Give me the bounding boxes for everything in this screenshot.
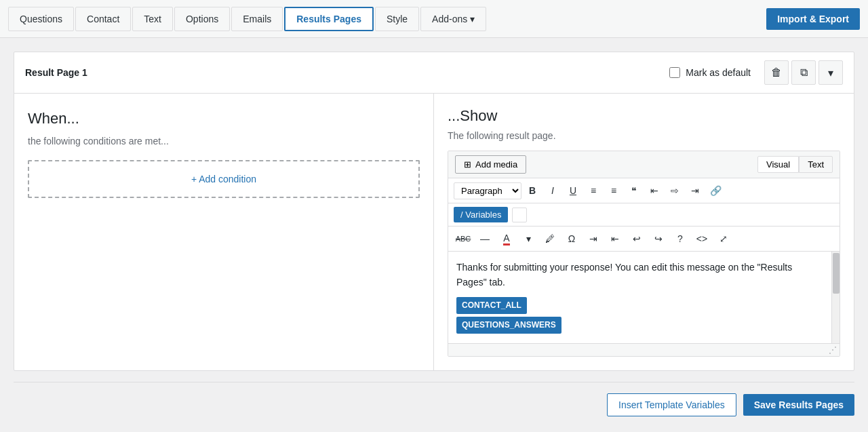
align-left-button[interactable]: ⇤ [645, 182, 664, 199]
italic-button[interactable]: I [543, 182, 562, 199]
show-subtext: The following result page. [448, 130, 840, 141]
main-content: Result Page 1 Mark as default 🗑 ⧉ ▾ When… [0, 38, 868, 371]
show-section: ...Show The following result page. ⊞ Add… [434, 94, 854, 370]
duplicate-button[interactable]: ⧉ [791, 60, 816, 85]
tab-add-ons[interactable]: Add-ons ▾ [420, 7, 486, 31]
editor-wrapper: ⊞ Add media Visual Text Paragraph [448, 151, 840, 357]
import-export-button[interactable]: Import & Export [766, 8, 860, 30]
undo-button[interactable]: ↩ [627, 230, 646, 248]
tab-contact[interactable]: Contact [75, 7, 131, 31]
tab-results-pages[interactable]: Results Pages [284, 7, 374, 31]
mark-default-label[interactable]: Mark as default [686, 67, 751, 78]
result-page-title: Result Page 1 [25, 67, 669, 78]
when-heading: When... [28, 110, 420, 127]
format-toolbar: Paragraph B I U ≡ ≡ ❝ [448, 178, 840, 203]
collapse-button[interactable]: ▾ [818, 60, 843, 85]
paragraph-select[interactable]: Paragraph [454, 182, 521, 199]
show-heading: ...Show [448, 107, 840, 125]
insert-template-variables-button[interactable]: Insert Template Variables [607, 393, 736, 416]
trash-icon: 🗑 [771, 66, 782, 79]
editor-content[interactable]: Thanks for submitting your response! You… [448, 252, 831, 343]
mark-default-checkbox[interactable] [669, 67, 680, 78]
align-center-icon: ⇨ [671, 185, 679, 196]
clear-format-button[interactable]: 🖉 [540, 230, 559, 248]
chevron-down-icon: ▾ [828, 66, 833, 79]
bold-button[interactable]: B [523, 182, 542, 199]
result-page-header: Result Page 1 Mark as default 🗑 ⧉ ▾ [14, 52, 854, 94]
extra-toolbar: ABC — A ▾ 🖉 Ω ⇥ ⇤ ↩ ↪ ? [448, 227, 840, 252]
help-button[interactable]: ? [671, 230, 690, 248]
outdent-button[interactable]: ⇤ [606, 230, 625, 248]
top-nav: Questions Contact Text Options Emails Re… [0, 0, 868, 38]
delete-button[interactable]: 🗑 [764, 60, 789, 85]
variables-toolbar: / Variables [448, 203, 840, 227]
unordered-list-button[interactable]: ≡ [584, 182, 603, 199]
indent-button[interactable]: ⇥ [584, 230, 603, 248]
tab-options[interactable]: Options [174, 7, 230, 31]
editor-scroll-content: Thanks for submitting your response! You… [448, 252, 831, 343]
editor-scrollbar[interactable] [831, 252, 840, 343]
resize-icon[interactable]: ⋰ [829, 345, 837, 355]
scrollbar-thumb [833, 253, 840, 294]
editor-resize-handle: ⋰ [448, 343, 840, 356]
tab-text[interactable]: Text [132, 7, 173, 31]
align-right-icon: ⇥ [691, 185, 699, 196]
when-section: When... the following conditions are met… [14, 94, 434, 370]
add-media-button[interactable]: ⊞ Add media [455, 155, 526, 174]
editor-text: Thanks for submitting your response! You… [456, 260, 823, 290]
add-condition-link[interactable]: + Add condition [191, 174, 256, 184]
page-footer: Insert Template Variables Save Results P… [0, 382, 868, 427]
tab-emails[interactable]: Emails [231, 7, 283, 31]
add-condition-box[interactable]: + Add condition [28, 160, 420, 198]
text-color-button[interactable]: A [497, 230, 516, 248]
tab-style[interactable]: Style [375, 7, 419, 31]
hr-button[interactable]: — [475, 230, 494, 248]
ol-icon: ≡ [611, 185, 616, 196]
fullscreen-button[interactable]: ⤢ [714, 230, 733, 248]
color-swatch[interactable] [512, 208, 527, 222]
questions-answers-tag[interactable]: QUESTIONS_ANSWERS [456, 317, 561, 334]
condition-text: the following conditions are met... [28, 136, 420, 146]
copy-icon: ⧉ [800, 66, 808, 79]
text-color-icon: A [503, 233, 509, 246]
contact-all-tag[interactable]: CONTACT_ALL [456, 297, 527, 314]
two-col-layout: When... the following conditions are met… [14, 94, 854, 370]
underline-button[interactable]: U [564, 182, 583, 199]
text-tab[interactable]: Text [799, 156, 833, 173]
nav-tabs: Questions Contact Text Options Emails Re… [8, 7, 766, 31]
blockquote-icon: ❝ [631, 185, 637, 196]
align-left-icon: ⇤ [650, 185, 658, 196]
code-button[interactable]: <> [692, 230, 711, 248]
link-icon: 🔗 [710, 185, 722, 196]
tab-questions[interactable]: Questions [8, 7, 74, 31]
text-color-dropdown[interactable]: ▾ [519, 230, 538, 248]
omega-button[interactable]: Ω [562, 230, 581, 248]
media-icon: ⊞ [464, 159, 471, 170]
mark-default-group: Mark as default [669, 67, 751, 78]
link-button[interactable]: 🔗 [706, 182, 725, 199]
blockquote-button[interactable]: ❝ [625, 182, 644, 199]
result-page-card: Result Page 1 Mark as default 🗑 ⧉ ▾ When… [14, 52, 854, 371]
save-results-pages-button[interactable]: Save Results Pages [743, 394, 854, 416]
redo-button[interactable]: ↪ [649, 230, 668, 248]
align-right-button[interactable]: ⇥ [686, 182, 705, 199]
ul-icon: ≡ [591, 185, 596, 196]
align-center-button[interactable]: ⇨ [665, 182, 684, 199]
variables-button[interactable]: / Variables [454, 207, 508, 222]
editor-scroll-wrap: Thanks for submitting your response! You… [448, 252, 840, 343]
strikethrough-button[interactable]: ABC [454, 230, 473, 248]
ordered-list-button[interactable]: ≡ [604, 182, 623, 199]
clear-icon: 🖉 [545, 233, 555, 244]
editor-top-bar: ⊞ Add media Visual Text [448, 151, 840, 178]
visual-tab[interactable]: Visual [757, 156, 799, 173]
view-tabs: Visual Text [757, 156, 833, 173]
